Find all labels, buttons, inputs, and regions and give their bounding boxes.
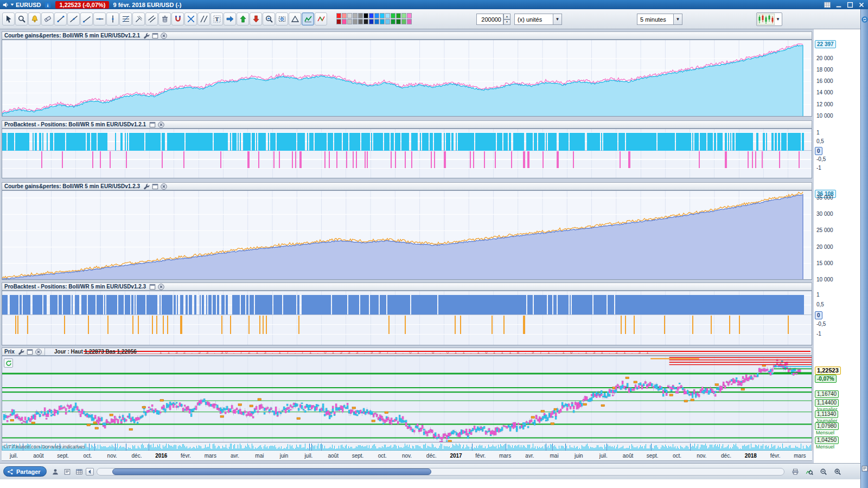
info-icon[interactable]: i: [44, 1, 52, 9]
detach-window-icon[interactable]: [149, 283, 156, 290]
palette-color-swatch[interactable]: [380, 13, 385, 18]
chart-style-dropdown-icon[interactable]: ▼: [775, 17, 781, 22]
palette-color-swatch[interactable]: [369, 19, 374, 24]
minimize-icon[interactable]: [834, 1, 843, 8]
workspace-grid-icon[interactable]: [822, 1, 832, 8]
arrow-up-icon[interactable]: [237, 12, 249, 25]
chart-style-button[interactable]: ▼: [756, 12, 782, 26]
close-panel-icon[interactable]: [160, 183, 168, 190]
zoom-selection-icon[interactable]: [276, 12, 288, 25]
palette-color-swatch[interactable]: [407, 19, 412, 24]
palette-color-swatch[interactable]: [374, 19, 379, 24]
price-chart[interactable]: [2, 356, 812, 442]
quantity-up-icon[interactable]: ▲: [503, 14, 510, 20]
news-icon[interactable]: [62, 467, 73, 477]
side-panel-icon[interactable]: [861, 465, 868, 473]
quantity-down-icon[interactable]: ▼: [503, 20, 510, 25]
palette-color-swatch[interactable]: [336, 19, 341, 24]
close-icon[interactable]: [857, 1, 866, 8]
palette-color-swatch[interactable]: [342, 19, 347, 24]
detach-window-icon[interactable]: [149, 121, 156, 128]
close-panel-icon[interactable]: [157, 121, 165, 128]
palette-color-swatch[interactable]: [380, 19, 385, 24]
palette-color-swatch[interactable]: [347, 13, 352, 18]
palette-color-swatch[interactable]: [358, 19, 363, 24]
print-icon[interactable]: [790, 467, 801, 477]
scroll-left-icon[interactable]: [86, 468, 94, 476]
equity2-chart[interactable]: [2, 190, 812, 280]
palette-color-swatch[interactable]: [353, 13, 358, 18]
palette-color-swatch[interactable]: [391, 19, 395, 24]
detach-window-icon[interactable]: [151, 183, 159, 190]
cross-arrows-icon[interactable]: [184, 12, 197, 25]
magnet-icon[interactable]: [171, 12, 184, 25]
palette-color-swatch[interactable]: [407, 13, 412, 18]
channel-icon[interactable]: [145, 12, 158, 25]
palette-color-swatch[interactable]: [353, 19, 358, 24]
text-icon[interactable]: T: [210, 12, 223, 25]
palette-color-swatch[interactable]: [396, 19, 401, 24]
zoom-out-icon[interactable]: [818, 467, 829, 477]
double-ray-icon[interactable]: [197, 12, 210, 25]
line-icon[interactable]: [67, 12, 80, 25]
palette-color-swatch[interactable]: [385, 13, 390, 18]
palette-color-swatch[interactable]: [369, 13, 374, 18]
alarm-icon[interactable]: [28, 12, 41, 25]
timeframe-dropdown-icon[interactable]: ▼: [673, 14, 682, 24]
units-dropdown-icon[interactable]: ▼: [553, 14, 561, 24]
quantity-input[interactable]: [476, 14, 503, 25]
wrench-icon[interactable]: [143, 32, 150, 39]
detach-window-icon[interactable]: [26, 348, 34, 355]
palette-color-swatch[interactable]: [336, 13, 341, 18]
scrollbar-thumb[interactable]: [112, 468, 431, 475]
palette-color-swatch[interactable]: [401, 19, 406, 24]
wrench-icon[interactable]: [143, 183, 150, 190]
palette-color-swatch[interactable]: [363, 19, 368, 24]
palette-color-swatch[interactable]: [363, 13, 368, 18]
detach-window-icon[interactable]: [151, 32, 159, 39]
arrow-down-icon[interactable]: [250, 12, 262, 25]
share-button[interactable]: Partager: [3, 466, 47, 477]
equity1-chart[interactable]: [2, 40, 812, 117]
indicator-icon[interactable]: [302, 12, 314, 25]
zoom-in-icon[interactable]: [832, 467, 843, 477]
account-icon[interactable]: [50, 467, 61, 477]
chart-scrollbar[interactable]: [97, 468, 784, 476]
palette-color-swatch[interactable]: [347, 19, 352, 24]
wrench-icon[interactable]: [17, 348, 25, 355]
units-select[interactable]: (x) unités ▼: [514, 14, 562, 25]
pitchfork-icon[interactable]: [132, 12, 145, 25]
close-panel-icon[interactable]: [157, 283, 165, 290]
maximize-icon[interactable]: [845, 1, 854, 8]
zoom-back-icon[interactable]: [263, 12, 275, 25]
palette-color-swatch[interactable]: [342, 13, 347, 18]
pointer-icon[interactable]: [2, 12, 15, 25]
palette-color-swatch[interactable]: [401, 13, 406, 18]
timeframe-select[interactable]: 5 minutes ▼: [637, 14, 682, 25]
time-axis[interactable]: juil.aoûtsept.oct.nov.déc.2016févr.marsa…: [2, 451, 812, 461]
symbol-dropdown-icon[interactable]: [10, 2, 15, 7]
trash-icon[interactable]: [158, 12, 171, 25]
vertical-line-icon[interactable]: [106, 12, 119, 25]
triangle-icon[interactable]: [289, 12, 301, 25]
positions2-chart[interactable]: [2, 291, 812, 345]
sync-icon[interactable]: [861, 16, 868, 24]
close-panel-icon[interactable]: [160, 32, 168, 39]
zigzag-icon[interactable]: [315, 12, 327, 25]
chart-search-icon[interactable]: [804, 467, 815, 477]
speaker-icon[interactable]: [2, 1, 10, 9]
magnifier-icon[interactable]: [15, 12, 28, 25]
palette-color-swatch[interactable]: [391, 13, 395, 18]
refresh-strategy-icon[interactable]: [4, 358, 13, 368]
orders-table-icon[interactable]: [74, 467, 85, 477]
eraser-icon[interactable]: [41, 12, 54, 25]
palette-color-swatch[interactable]: [385, 19, 390, 24]
arrow-right-icon[interactable]: [224, 12, 236, 25]
fibonacci-icon[interactable]: [119, 12, 132, 25]
horizontal-line-icon[interactable]: [93, 12, 106, 25]
segment-icon[interactable]: [54, 12, 67, 25]
positions1-chart[interactable]: [2, 129, 812, 178]
palette-color-swatch[interactable]: [358, 13, 363, 18]
ray-icon[interactable]: [80, 12, 93, 25]
palette-color-swatch[interactable]: [374, 13, 379, 18]
